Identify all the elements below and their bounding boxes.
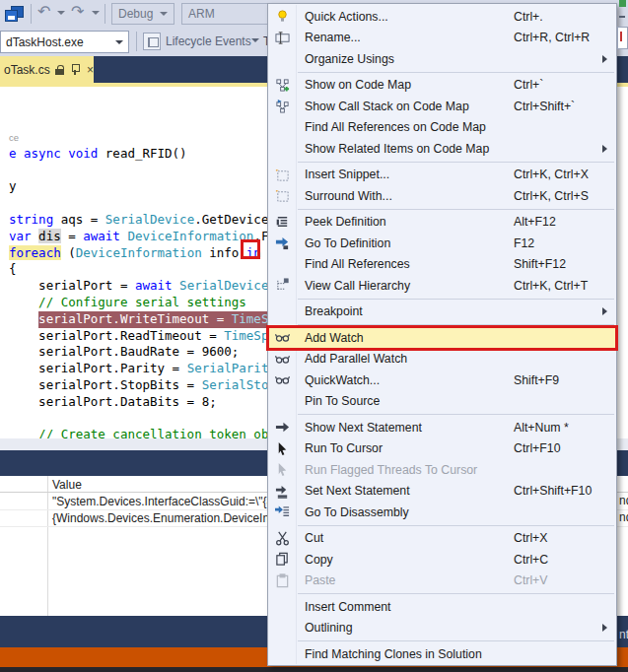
- glasses-icon: [268, 330, 296, 345]
- context-menu: Quick Actions...Ctrl+.Rename...Ctrl+R, C…: [267, 3, 617, 666]
- pin-icon[interactable]: [70, 64, 79, 75]
- redo-dropdown-icon[interactable]: [92, 11, 100, 15]
- toolbar-icon-fragment: [619, 16, 625, 18]
- menu-item-quick-actions[interactable]: Quick Actions...Ctrl+.: [268, 6, 616, 28]
- menu-item-shortcut: Ctrl+V: [514, 573, 548, 587]
- menu-item-label: Insert Comment: [305, 600, 390, 614]
- process-combo[interactable]: dTaskHost.exe: [0, 31, 129, 53]
- menu-item-run-flagged-threads-to-cursor: Run Flagged Threads To Cursor: [268, 459, 616, 481]
- menu-item-shortcut: Ctrl+Shift+`: [514, 100, 575, 113]
- close-icon[interactable]: ×: [87, 65, 94, 75]
- undo-icon[interactable]: ↶: [37, 4, 50, 20]
- menu-item-set-next-statement[interactable]: Set Next StatementCtrl+Shift+F10: [268, 481, 616, 503]
- menu-item-show-call-stack-on-code-map[interactable]: Show Call Stack on Code MapCtrl+Shift+`: [268, 96, 616, 117]
- platform-combo[interactable]: ARM: [181, 3, 275, 25]
- menu-item-shortcut: Shift+F12: [514, 257, 566, 271]
- undo-dropdown-icon[interactable]: [57, 11, 65, 15]
- code-segment: await: [135, 278, 173, 293]
- code-segment: [9, 295, 38, 309]
- code-segment: var: [9, 229, 32, 243]
- value-column-header[interactable]: Value: [52, 478, 82, 492]
- menu-item-copy[interactable]: CopyCtrl+C: [268, 549, 616, 571]
- menu-item-show-on-code-map[interactable]: Show on Code MapCtrl+`: [268, 75, 616, 97]
- scissors-icon: [268, 531, 296, 546]
- menu-item-cut[interactable]: CutCtrl+X: [268, 528, 616, 550]
- menu-item-label: Quick Actions...: [305, 10, 388, 24]
- code-segment: serialPort.Parity =: [9, 361, 187, 375]
- lifecycle-events-icon[interactable]: [143, 33, 161, 50]
- submenu-arrow-icon: [602, 55, 607, 63]
- menu-item-breakpoint[interactable]: Breakpoint: [268, 302, 616, 323]
- menu-item-quickwatch[interactable]: QuickWatch...Shift+F9: [268, 370, 616, 391]
- menu-item-shortcut: Alt+F12: [514, 215, 556, 229]
- lightbulb-icon: [268, 9, 296, 24]
- menu-item-label: Cut: [305, 531, 323, 545]
- context-menu-items: Quick Actions...Ctrl+.Rename...Ctrl+R, C…: [268, 6, 616, 665]
- menu-item-find-all-references[interactable]: Find All ReferencesShift+F12: [268, 254, 616, 276]
- menu-item-shortcut: Ctrl+R, Ctrl+R: [514, 31, 590, 44]
- set-next-icon: [268, 484, 296, 499]
- code-segment: SerialParity: [187, 361, 276, 375]
- menu-item-show-next-statement[interactable]: Show Next StatementAlt+Num *: [268, 417, 616, 438]
- submenu-arrow-icon: [602, 145, 607, 153]
- menu-item-go-to-disassembly[interactable]: Go To Disassembly: [268, 502, 616, 523]
- menu-item-label: Rename...: [305, 31, 361, 44]
- toolbar-separator: [105, 4, 105, 24]
- menu-item-view-call-hierarchy[interactable]: View Call HierarchyCtrl+K, Ctrl+T: [268, 275, 616, 297]
- copy-icon: [268, 552, 296, 567]
- code-segment: string: [9, 212, 53, 227]
- menu-item-find-matching-clones-in-solution[interactable]: Find Matching Clones in Solution: [268, 643, 616, 665]
- lock-icon: [55, 65, 63, 75]
- menu-item-outlining[interactable]: Outlining: [268, 618, 616, 639]
- bottom-band-text-fragment: nts: [619, 628, 628, 641]
- code-segment: serialPort.BaudRate = 9600;: [9, 344, 239, 359]
- menu-item-go-to-definition[interactable]: Go To DefinitionF12: [268, 233, 616, 254]
- menu-item-label: QuickWatch...: [305, 373, 380, 387]
- menu-item-find-all-references-on-code-map[interactable]: Find All References on Code Map: [268, 117, 616, 139]
- bottom-edge-strip: [0, 667, 628, 672]
- menu-item-shortcut: Ctrl+K, Ctrl+S: [514, 189, 589, 203]
- menu-item-label: Go To Disassembly: [305, 505, 409, 519]
- menu-item-add-parallel-watch[interactable]: Add Parallel Watch: [268, 349, 616, 370]
- submenu-arrow-icon: [602, 307, 607, 315]
- lifecycle-events-button[interactable]: Lifecycle Events: [166, 34, 251, 48]
- combo-fragment: [617, 27, 628, 49]
- menu-item-label: Paste: [305, 573, 335, 587]
- menu-item-label: Run To Cursor: [305, 441, 383, 455]
- save-all-icon[interactable]: [5, 6, 25, 22]
- code-segment: [9, 311, 38, 326]
- code-segment: aqs =: [53, 212, 105, 227]
- menu-item-run-to-cursor[interactable]: Run To CursorCtrl+F10: [268, 438, 616, 460]
- menu-item-shortcut: Ctrl+Shift+F10: [514, 484, 592, 498]
- glasses-icon: [268, 372, 296, 387]
- menu-item-rename[interactable]: Rename...Ctrl+R, Ctrl+R: [268, 28, 616, 49]
- debug-configuration-combo[interactable]: Debug: [111, 3, 174, 25]
- menu-item-show-related-items-on-code-map[interactable]: Show Related Items on Code Map: [268, 138, 616, 160]
- call-hierarchy-icon: [268, 278, 296, 293]
- menu-item-shortcut: Ctrl+`: [514, 78, 543, 92]
- code-segment: SerialDevice: [179, 278, 268, 293]
- code-segment: [32, 229, 39, 243]
- menu-item-label: Peek Definition: [305, 215, 386, 229]
- code-segment: e async void: [9, 146, 98, 161]
- menu-item-organize-usings[interactable]: Organize Usings: [268, 48, 616, 70]
- menu-item-label: Run Flagged Threads To Cursor: [305, 463, 477, 477]
- redo-icon[interactable]: ↷: [71, 4, 84, 20]
- menu-item-shortcut: F12: [514, 236, 534, 250]
- lifecycle-dropdown-icon[interactable]: [251, 38, 259, 42]
- menu-item-peek-definition[interactable]: Peek DefinitionAlt+F12: [268, 212, 616, 234]
- menu-item-shortcut: Ctrl+X: [514, 531, 548, 545]
- menu-item-label: Add Watch: [305, 331, 364, 345]
- tab-otask-cs[interactable]: oTask.cs ×: [0, 56, 94, 83]
- menu-item-label: Insert Snippet...: [305, 168, 389, 181]
- menu-item-insert-comment[interactable]: Insert Comment: [268, 596, 616, 618]
- code-map-icon: [268, 78, 296, 93]
- menu-item-surround-with[interactable]: Surround With...Ctrl+K, Ctrl+S: [268, 185, 616, 207]
- menu-item-label: Show on Code Map: [305, 78, 411, 92]
- menu-item-add-watch[interactable]: Add Watch: [268, 327, 616, 349]
- menu-item-shortcut: Ctrl+C: [514, 553, 548, 567]
- menu-item-pin-to-source[interactable]: Pin To Source: [268, 391, 616, 413]
- process-combo-label: dTaskHost.exe: [6, 35, 84, 49]
- menu-item-insert-snippet[interactable]: Insert Snippet...Ctrl+K, Ctrl+X: [268, 165, 616, 186]
- menu-item-label: Set Next Statement: [305, 484, 410, 498]
